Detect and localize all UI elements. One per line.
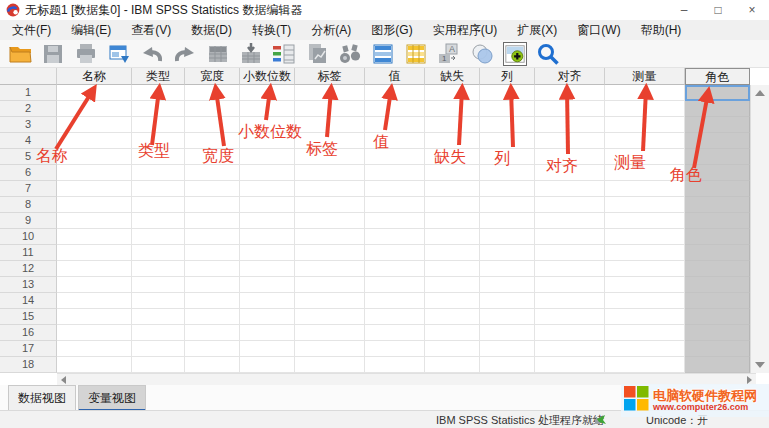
grid-cell[interactable] <box>240 341 295 357</box>
grid-cell[interactable] <box>425 277 480 293</box>
grid-cell[interactable] <box>185 133 240 149</box>
grid-cell[interactable] <box>185 293 240 309</box>
grid-cell[interactable] <box>295 213 365 229</box>
tab-data-view[interactable]: 数据视图 <box>8 385 76 411</box>
menu-item-3[interactable]: 查看(V) <box>121 20 181 40</box>
grid-cell[interactable] <box>365 133 425 149</box>
grid-cell[interactable] <box>240 181 295 197</box>
grid-cell[interactable] <box>535 181 605 197</box>
insert-cases-icon[interactable] <box>371 42 395 66</box>
grid-cell[interactable] <box>535 261 605 277</box>
row-header-2[interactable]: 2 <box>0 101 57 117</box>
menu-item-9[interactable]: 扩展(X) <box>507 20 567 40</box>
grid-cell[interactable] <box>132 149 185 165</box>
row-header-3[interactable]: 3 <box>0 117 57 133</box>
grid-cell[interactable] <box>425 117 480 133</box>
grid-cell[interactable] <box>425 181 480 197</box>
grid-cell[interactable] <box>57 245 132 261</box>
grid-cell[interactable] <box>685 245 750 261</box>
column-header-4[interactable]: 小数位数 <box>240 68 295 85</box>
grid-cell[interactable] <box>605 133 685 149</box>
find-icon[interactable] <box>338 42 362 66</box>
grid-cell[interactable] <box>685 293 750 309</box>
grid-cell[interactable] <box>57 181 132 197</box>
grid-cell[interactable] <box>57 165 132 181</box>
grid-cell[interactable] <box>535 101 605 117</box>
grid-cell[interactable] <box>425 101 480 117</box>
print-icon[interactable] <box>74 42 98 66</box>
descriptives-icon[interactable] <box>305 42 329 66</box>
row-header-5[interactable]: 5 <box>0 149 57 165</box>
grid-cell[interactable] <box>535 357 605 373</box>
menu-item-4[interactable]: 数据(D) <box>181 20 242 40</box>
grid-cell[interactable] <box>295 277 365 293</box>
grid-cell[interactable] <box>605 213 685 229</box>
column-header-1[interactable]: 名称 <box>57 68 132 85</box>
grid-cell[interactable] <box>605 325 685 341</box>
grid-cell[interactable] <box>685 325 750 341</box>
menu-item-10[interactable]: 窗口(W) <box>567 20 630 40</box>
grid-cell[interactable] <box>480 133 535 149</box>
menu-item-8[interactable]: 实用程序(U) <box>423 20 508 40</box>
grid-cell[interactable] <box>480 357 535 373</box>
grid-cell[interactable] <box>685 309 750 325</box>
grid-cell[interactable] <box>425 229 480 245</box>
grid-cell[interactable] <box>425 133 480 149</box>
grid-cell[interactable] <box>480 197 535 213</box>
grid-cell[interactable] <box>132 229 185 245</box>
grid-cell[interactable] <box>535 245 605 261</box>
row-header-18[interactable]: 18 <box>0 357 57 373</box>
grid-cell[interactable] <box>685 197 750 213</box>
grid-cell[interactable] <box>57 277 132 293</box>
column-header-10[interactable]: 测量 <box>605 68 685 85</box>
grid-cell[interactable] <box>480 165 535 181</box>
grid-cell[interactable] <box>480 277 535 293</box>
grid-cell[interactable] <box>240 309 295 325</box>
column-header-2[interactable]: 类型 <box>132 68 185 85</box>
grid-cell[interactable] <box>240 197 295 213</box>
grid-cell[interactable] <box>365 85 425 101</box>
grid-cell[interactable] <box>365 277 425 293</box>
grid-cell[interactable] <box>605 117 685 133</box>
grid-cell[interactable] <box>365 245 425 261</box>
grid-cell[interactable] <box>57 133 132 149</box>
grid-cell[interactable] <box>685 165 750 181</box>
grid-cell[interactable] <box>605 85 685 101</box>
grid-cell[interactable] <box>295 101 365 117</box>
tab-variable-view[interactable]: 变量视图 <box>78 385 146 412</box>
grid-cell[interactable] <box>57 309 132 325</box>
grid-cell[interactable] <box>425 149 480 165</box>
grid-cell[interactable] <box>535 197 605 213</box>
grid-cell[interactable] <box>185 181 240 197</box>
grid-cell[interactable] <box>295 293 365 309</box>
grid-cell[interactable] <box>185 197 240 213</box>
variable-sets-icon[interactable] <box>470 42 494 66</box>
grid-cell[interactable] <box>185 85 240 101</box>
grid-cell[interactable] <box>535 133 605 149</box>
grid-cell[interactable] <box>185 357 240 373</box>
grid-cell[interactable] <box>685 341 750 357</box>
grid-cell[interactable] <box>365 325 425 341</box>
grid-cell[interactable] <box>605 181 685 197</box>
row-header-12[interactable]: 12 <box>0 261 57 277</box>
grid-cell[interactable] <box>365 357 425 373</box>
column-header-11[interactable]: 角色 <box>685 68 750 85</box>
grid-cell[interactable] <box>535 341 605 357</box>
grid-cell[interactable] <box>425 293 480 309</box>
grid-cell[interactable] <box>605 197 685 213</box>
row-header-9[interactable]: 9 <box>0 213 57 229</box>
grid-cell[interactable] <box>132 133 185 149</box>
grid-cell[interactable] <box>535 85 605 101</box>
grid-cell[interactable] <box>132 181 185 197</box>
grid-cell[interactable] <box>132 245 185 261</box>
grid-cell[interactable] <box>480 229 535 245</box>
grid-cell[interactable] <box>185 341 240 357</box>
grid-cell[interactable] <box>685 213 750 229</box>
grid-cell[interactable] <box>132 165 185 181</box>
grid-cell[interactable] <box>132 85 185 101</box>
grid-cell[interactable] <box>295 261 365 277</box>
menu-item-11[interactable]: 帮助(H) <box>631 20 692 40</box>
row-header-4[interactable]: 4 <box>0 133 57 149</box>
grid-cell[interactable] <box>240 165 295 181</box>
grid-cell[interactable] <box>240 117 295 133</box>
